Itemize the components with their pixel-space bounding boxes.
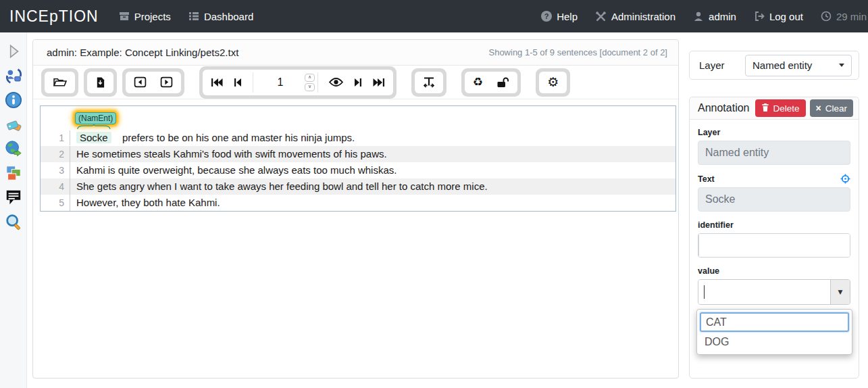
- fit-width-button[interactable]: [423, 75, 435, 90]
- layer-select-label: Layer: [699, 59, 725, 71]
- nav-dashboard-label: Dashboard: [204, 11, 253, 22]
- document-title: admin: Example: Concept Linking/pets2.tx…: [47, 47, 238, 58]
- session-timer: 29 min: [821, 11, 867, 22]
- field-text-label: Text: [698, 174, 850, 184]
- app-logo[interactable]: INCEpTION: [9, 7, 99, 26]
- prev-document-button[interactable]: [134, 75, 147, 90]
- nav-help[interactable]: ? Help: [541, 11, 578, 22]
- archive-icon: [119, 11, 130, 22]
- layer-selector-box: Layer Named entity: [689, 51, 859, 80]
- sentence-text[interactable]: He sometimes steals Kahmi's food with sw…: [70, 146, 387, 162]
- page-nav-group: ∧ ∨: [199, 66, 397, 99]
- nav-administration[interactable]: Administration: [595, 11, 675, 22]
- annotated-span[interactable]: Socke: [76, 132, 111, 143]
- sentence-editor[interactable]: 1 (NamEnt) Socke prefers to be on his on…: [40, 105, 676, 212]
- close-icon: ×: [816, 103, 821, 113]
- annotation-detail-panel: Annotation Delete × Clear Layer Named en…: [689, 97, 859, 379]
- nav-user[interactable]: admin: [693, 11, 736, 22]
- nav-projects[interactable]: Projects: [119, 11, 171, 22]
- sentence-text[interactable]: Kahmi is quite overweight, because she a…: [70, 162, 397, 178]
- jump-to-annotation-crosshair-icon[interactable]: [840, 174, 850, 184]
- option-cat[interactable]: CAT: [700, 312, 849, 332]
- field-identifier-label: identifier: [698, 220, 850, 230]
- clock-icon: [821, 11, 832, 22]
- export-document-button[interactable]: [95, 75, 105, 90]
- identifier-field-group: [698, 233, 850, 258]
- value-input[interactable]: [698, 280, 830, 304]
- concept-linking-globe-icon[interactable]: [4, 139, 23, 158]
- identifier-input[interactable]: [699, 234, 850, 257]
- nav-user-label: admin: [709, 11, 736, 22]
- nav-dashboard[interactable]: Dashboard: [188, 11, 253, 22]
- top-navbar: INCEpTION Projects Dashboard ? Help Admi…: [0, 0, 868, 32]
- nav-projects-label: Projects: [134, 11, 171, 22]
- settings-gear-icon[interactable]: ⚙: [547, 75, 559, 90]
- line-number: 1: [41, 130, 70, 145]
- value-combobox: ▼: [698, 279, 850, 305]
- sentence-row-5: 5 However, they both hate Kahmi.: [41, 195, 675, 211]
- focus-sentence-eye-button[interactable]: [329, 75, 343, 90]
- sentence-row-4: 4 She gets angry when I want to take awa…: [41, 178, 675, 195]
- sentence-row-3: 3 Kahmi is quite overweight, because she…: [41, 162, 675, 178]
- field-value-label: value: [698, 266, 850, 276]
- document-nav-group: [122, 68, 184, 97]
- recycle-icon[interactable]: ♻: [473, 75, 483, 90]
- annotation-fields: Layer Named entity Text Socke identifier…: [690, 120, 859, 355]
- open-document-group: [41, 68, 78, 97]
- settings-group: ⚙: [536, 68, 570, 97]
- next-document-button[interactable]: [160, 75, 173, 90]
- page-decrement-button[interactable]: ∨: [305, 83, 315, 91]
- annotation-brace: [76, 124, 111, 129]
- annotation-main-panel: admin: Example: Concept Linking/pets2.tx…: [32, 39, 679, 379]
- list-icon: [188, 11, 199, 22]
- tools-icon: [595, 11, 607, 22]
- sentence-row-1: 1 (NamEnt) Socke prefers to be on his on…: [41, 106, 675, 146]
- comments-icon[interactable]: [4, 188, 23, 207]
- prev-page-button[interactable]: [234, 75, 242, 90]
- annotation-panel-title: Annotation: [698, 102, 750, 114]
- workflow-group: ♻: [461, 68, 521, 97]
- open-document-button[interactable]: [53, 75, 67, 90]
- first-page-button[interactable]: [211, 75, 223, 90]
- left-sidebar: [0, 32, 27, 388]
- last-page-button[interactable]: [373, 75, 385, 90]
- clear-annotation-button[interactable]: × Clear: [810, 99, 853, 117]
- page-increment-button[interactable]: ∧: [305, 74, 315, 82]
- field-text-value: Socke: [698, 187, 850, 212]
- sentence-text[interactable]: prefers to be on his one and master his …: [122, 132, 355, 143]
- collapse-sidebar-button[interactable]: [4, 42, 23, 61]
- toolbar: ∧ ∨ ♻ ⚙: [33, 66, 678, 99]
- field-layer-label: Layer: [698, 128, 850, 137]
- field-text-label-text: Text: [698, 174, 715, 184]
- value-dropdown-button[interactable]: ▼: [830, 280, 850, 304]
- layer-select[interactable]: Named entity: [745, 55, 852, 76]
- page-number-input[interactable]: [256, 76, 305, 89]
- sentence-text[interactable]: However, they both hate Kahmi.: [70, 195, 220, 211]
- recommender-icon[interactable]: [4, 66, 23, 85]
- paging-status: Showing 1-5 of 9 sentences [document 2 o…: [488, 47, 667, 57]
- line-number: 3: [41, 162, 70, 178]
- annotation-label-tag[interactable]: (NamEnt): [75, 112, 116, 124]
- nav-help-label: Help: [557, 11, 578, 22]
- nav-logout[interactable]: Log out: [754, 11, 803, 22]
- fit-width-group: [411, 68, 446, 97]
- session-timer-label: 29 min: [836, 11, 867, 22]
- next-page-button[interactable]: [354, 75, 362, 90]
- help-icon: ?: [541, 11, 552, 22]
- tags-icon[interactable]: [4, 115, 23, 134]
- unlock-icon[interactable]: [496, 75, 509, 90]
- search-icon[interactable]: [4, 212, 23, 231]
- info-icon[interactable]: [4, 91, 23, 110]
- option-dog[interactable]: DOG: [700, 332, 849, 351]
- layer-select-value: Named entity: [752, 59, 812, 71]
- delete-annotation-button[interactable]: Delete: [755, 99, 806, 117]
- nav-logout-label: Log out: [769, 11, 803, 22]
- images-icon[interactable]: [4, 164, 23, 183]
- trash-icon: [761, 103, 769, 114]
- logout-icon: [754, 11, 765, 22]
- nav-administration-label: Administration: [611, 11, 675, 22]
- page-number-field: ∧ ∨: [253, 72, 318, 93]
- chevron-down-icon: [839, 64, 844, 67]
- sentence-text[interactable]: She gets angry when I want to take aways…: [70, 178, 488, 195]
- text-cursor: [704, 285, 705, 299]
